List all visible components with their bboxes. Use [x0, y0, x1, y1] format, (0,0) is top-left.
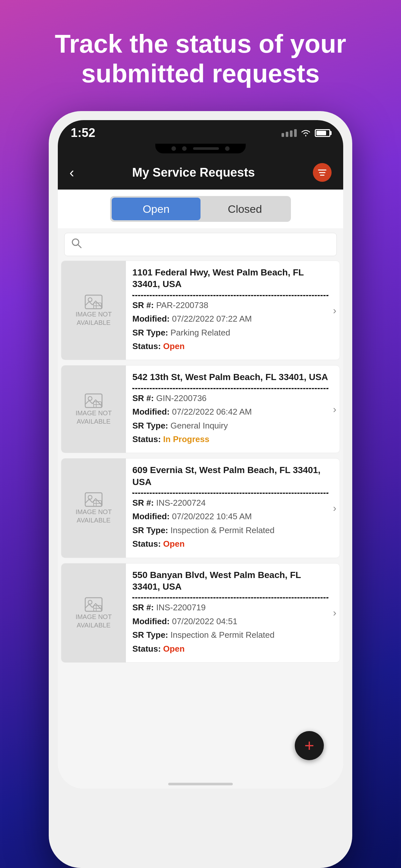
modified-value: 07/22/2022 07:22 AM [172, 314, 252, 323]
service-card[interactable]: IMAGE NOT AVAILABLE 1101 Federal Hwy, We… [61, 260, 340, 360]
svg-point-13 [88, 495, 92, 499]
modified-label: Modified: [132, 616, 172, 626]
content-wrapper: IMAGE NOT AVAILABLE 1101 Federal Hwy, We… [58, 260, 343, 779]
modified-value: 07/20/2022 10:45 AM [172, 512, 252, 521]
sr-type-label: SR Type: [132, 328, 171, 337]
sr-number-value: PAR-2200738 [156, 300, 208, 310]
card-modified: Modified: 07/22/2022 06:42 AM [132, 406, 328, 417]
status-label: Status: [132, 644, 163, 654]
card-address: 550 Banyan Blvd, West Palm Beach, FL 334… [132, 569, 328, 593]
plus-icon: + [305, 737, 314, 754]
tab-container: Open Closed [110, 196, 291, 222]
battery-icon [315, 129, 330, 137]
card-image: IMAGE NOT AVAILABLE [61, 563, 126, 662]
card-sr-number: SR #: INS-2200719 [132, 601, 328, 613]
sr-number-label: SR #: [132, 602, 154, 612]
status-value: Open [163, 539, 184, 549]
card-chevron[interactable]: › [333, 261, 340, 360]
card-address: 609 Evernia St, West Palm Beach, FL 3340… [132, 464, 328, 488]
sr-number-value: INS-2200724 [156, 498, 206, 507]
headline: Track the status of your submitted reque… [29, 0, 372, 111]
sr-type-value: Inspection & Permit Related [171, 630, 274, 640]
request-list: IMAGE NOT AVAILABLE 1101 Federal Hwy, We… [58, 260, 343, 779]
service-card[interactable]: IMAGE NOT AVAILABLE 550 Banyan Blvd, Wes… [61, 563, 340, 662]
tab-closed[interactable]: Closed [201, 197, 289, 220]
card-chevron[interactable]: › [333, 459, 340, 557]
image-placeholder-icon [84, 596, 103, 613]
card-divider [132, 597, 328, 598]
card-address: 1101 Federal Hwy, West Palm Beach, FL 33… [132, 267, 328, 290]
nav-bar: ‹ My Service Requests [58, 157, 343, 190]
image-placeholder-icon [84, 492, 103, 507]
status-bar: 1:52 [58, 120, 343, 144]
card-status: Status: Open [132, 643, 328, 655]
card-sr-number: SR #: GIN-2200736 [132, 392, 328, 404]
card-chevron[interactable]: › [333, 563, 340, 662]
sr-type-label: SR Type: [132, 525, 171, 535]
notch-area [58, 144, 343, 157]
card-content: 550 Banyan Blvd, West Palm Beach, FL 334… [126, 563, 333, 662]
card-image: IMAGE NOT AVAILABLE [61, 261, 126, 360]
image-placeholder-icon [84, 294, 103, 310]
card-sr-number: SR #: INS-2200724 [132, 497, 328, 508]
status-icons [281, 129, 330, 137]
svg-point-3 [88, 298, 92, 302]
sr-number-value: GIN-2200736 [156, 393, 207, 403]
card-divider [132, 295, 328, 296]
sr-number-label: SR #: [132, 300, 154, 310]
card-modified: Modified: 07/20/2022 04:51 [132, 616, 328, 627]
svg-line-1 [78, 244, 81, 248]
image-not-available-text: IMAGE NOT AVAILABLE [61, 507, 126, 524]
status-value: Open [163, 341, 184, 351]
scroll-indicator [168, 783, 233, 785]
card-content: 542 13th St, West Palm Beach, FL 33401, … [126, 366, 333, 453]
hamburger-icon [318, 169, 327, 176]
notch-dot-2 [182, 146, 187, 151]
phone-frame: 1:52 [49, 111, 352, 868]
add-request-fab[interactable]: + [295, 731, 324, 760]
status-value: In Progress [163, 434, 209, 444]
card-status: Status: Open [132, 340, 328, 352]
status-value: Open [163, 644, 184, 654]
service-card[interactable]: IMAGE NOT AVAILABLE 609 Evernia St, West… [61, 458, 340, 558]
card-image: IMAGE NOT AVAILABLE [61, 366, 126, 453]
notch-bar [193, 147, 219, 150]
notch-dot-1 [172, 146, 176, 151]
headline-line1: Track the status of your [55, 29, 346, 58]
search-input[interactable] [87, 239, 330, 251]
svg-point-8 [88, 397, 92, 400]
notch [155, 144, 246, 153]
service-card[interactable]: IMAGE NOT AVAILABLE 542 13th St, West Pa… [61, 365, 340, 453]
tab-open[interactable]: Open [112, 197, 201, 220]
modified-value: 07/22/2022 06:42 AM [172, 407, 252, 416]
card-status: Status: In Progress [132, 433, 328, 445]
svg-point-18 [88, 600, 92, 604]
card-image: IMAGE NOT AVAILABLE [61, 459, 126, 557]
back-button[interactable]: ‹ [69, 164, 74, 181]
card-sr-number: SR #: PAR-2200738 [132, 299, 328, 311]
notch-dot-3 [225, 146, 229, 151]
card-content: 609 Evernia St, West Palm Beach, FL 3340… [126, 459, 333, 557]
sr-type-label: SR Type: [132, 421, 171, 430]
search-icon [71, 238, 82, 251]
menu-button[interactable] [313, 163, 332, 182]
modified-value: 07/20/2022 04:51 [172, 616, 237, 626]
sr-number-label: SR #: [132, 498, 154, 507]
nav-title: My Service Requests [132, 166, 255, 180]
content-area: Open Closed [58, 190, 343, 788]
card-content: 1101 Federal Hwy, West Palm Beach, FL 33… [126, 261, 333, 360]
sr-type-value: Parking Related [171, 328, 230, 337]
card-sr-type: SR Type: Inspection & Permit Related [132, 524, 328, 536]
modified-label: Modified: [132, 314, 172, 323]
sr-number-value: INS-2200719 [156, 602, 206, 612]
modified-label: Modified: [132, 512, 172, 521]
card-divider [132, 388, 328, 389]
card-chevron[interactable]: › [333, 366, 340, 453]
image-not-available-text: IMAGE NOT AVAILABLE [61, 613, 126, 629]
sr-type-value: General Inquiry [171, 421, 228, 430]
image-placeholder-icon [84, 393, 103, 409]
modified-label: Modified: [132, 407, 172, 416]
search-bar [64, 233, 337, 256]
status-label: Status: [132, 434, 163, 444]
status-time: 1:52 [71, 126, 95, 140]
